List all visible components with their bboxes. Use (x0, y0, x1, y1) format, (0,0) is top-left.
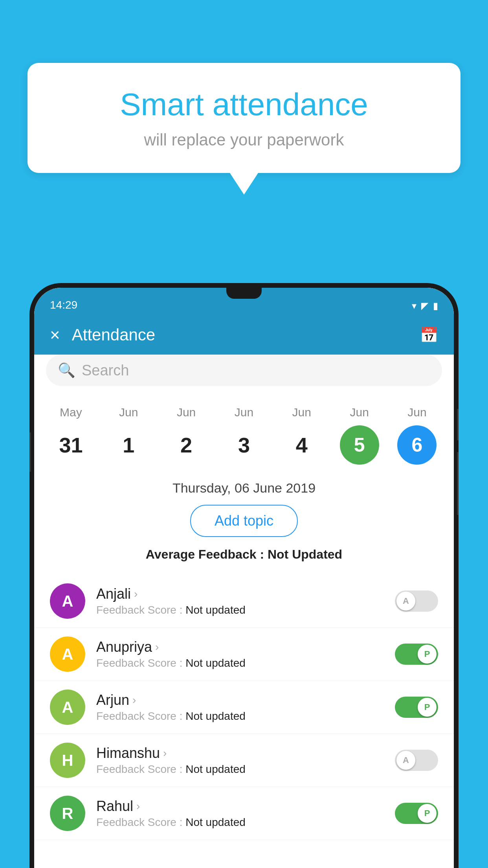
cal-month-label: Jun (292, 406, 311, 419)
student-name: Arjun › (96, 692, 384, 708)
cal-month-label: Jun (350, 406, 369, 419)
app-bar: × Attendance 📅 (34, 315, 454, 355)
student-item[interactable]: AAnjali ›Feedback Score : Not updatedA (34, 575, 454, 628)
toggle-container[interactable]: P (395, 803, 438, 824)
cal-month-label: May (60, 406, 82, 419)
power-button-top (457, 409, 459, 440)
calendar-day[interactable]: Jun1 (103, 406, 154, 465)
calendar-strip: May31Jun1Jun2Jun3Jun4Jun5Jun6 (34, 394, 454, 473)
calendar-day[interactable]: Jun3 (218, 406, 270, 465)
student-name: Himanshu › (96, 745, 384, 761)
close-button[interactable]: × (50, 325, 60, 345)
attendance-toggle[interactable]: P (395, 697, 438, 718)
student-item[interactable]: AArjun ›Feedback Score : Not updatedP (34, 681, 454, 734)
speech-bubble-arrow (230, 173, 258, 195)
student-info: Anupriya ›Feedback Score : Not updated (96, 639, 384, 669)
app-title: Attendance (72, 326, 420, 344)
student-info: Arjun ›Feedback Score : Not updated (96, 692, 384, 723)
cal-date-number[interactable]: 31 (51, 425, 90, 465)
bubble-subtitle: will replace your paperwork (59, 131, 429, 149)
volume-button (29, 432, 31, 472)
calendar-day[interactable]: Jun2 (161, 406, 212, 465)
cal-date-number[interactable]: 6 (397, 425, 437, 465)
chevron-right-icon: › (136, 800, 140, 813)
signal-icon: ◤ (421, 300, 428, 311)
notch (226, 288, 262, 299)
search-icon: 🔍 (58, 362, 75, 379)
speech-bubble: Smart attendance will replace your paper… (28, 63, 460, 173)
cal-month-label: Jun (235, 406, 253, 419)
cal-date-number[interactable]: 4 (282, 425, 321, 465)
calendar-day[interactable]: May31 (45, 406, 96, 465)
toggle-knob: P (418, 645, 437, 664)
calendar-day[interactable]: Jun4 (276, 406, 327, 465)
toggle-knob: A (396, 592, 415, 611)
student-name: Rahul › (96, 798, 384, 815)
cal-date-number[interactable]: 2 (167, 425, 206, 465)
avg-feedback: Average Feedback : Not Updated (34, 547, 454, 562)
student-info: Anjali ›Feedback Score : Not updated (96, 586, 384, 616)
feedback-score: Feedback Score : Not updated (96, 604, 384, 616)
student-info: Himanshu ›Feedback Score : Not updated (96, 745, 384, 776)
toggle-container[interactable]: P (395, 697, 438, 718)
chevron-right-icon: › (134, 588, 138, 600)
student-item[interactable]: RRahul ›Feedback Score : Not updatedP (34, 787, 454, 840)
student-name: Anupriya › (96, 639, 384, 655)
feedback-score: Feedback Score : Not updated (96, 816, 384, 829)
calendar-day[interactable]: Jun5 (334, 406, 385, 465)
search-bar[interactable]: 🔍 Search (46, 355, 442, 386)
status-icons: ▾ ◤ ▮ (412, 300, 438, 311)
toggle-knob: P (418, 698, 437, 717)
calendar-day[interactable]: Jun6 (391, 406, 442, 465)
attendance-toggle[interactable]: A (395, 750, 438, 771)
search-placeholder: Search (82, 362, 129, 379)
add-topic-button[interactable]: Add topic (190, 505, 298, 537)
student-info: Rahul ›Feedback Score : Not updated (96, 798, 384, 829)
student-avatar: A (50, 690, 85, 725)
cal-date-number[interactable]: 3 (224, 425, 264, 465)
power-button-bottom (457, 452, 459, 515)
speech-bubble-container: Smart attendance will replace your paper… (28, 63, 460, 195)
bubble-title: Smart attendance (59, 86, 429, 123)
attendance-toggle[interactable]: P (395, 803, 438, 824)
battery-icon: ▮ (433, 300, 438, 311)
student-avatar: H (50, 743, 85, 778)
attendance-toggle[interactable]: A (395, 590, 438, 612)
calendar-icon[interactable]: 📅 (420, 326, 438, 344)
cal-month-label: Jun (177, 406, 196, 419)
student-avatar: A (50, 583, 85, 619)
toggle-container[interactable]: A (395, 590, 438, 612)
feedback-score: Feedback Score : Not updated (96, 710, 384, 723)
toggle-container[interactable]: A (395, 750, 438, 771)
student-avatar: A (50, 636, 85, 672)
cal-month-label: Jun (407, 406, 426, 419)
status-time: 14:29 (50, 299, 412, 311)
feedback-score: Feedback Score : Not updated (96, 657, 384, 669)
student-list: AAnjali ›Feedback Score : Not updatedAAA… (34, 575, 454, 868)
phone-frame: 14:29 ▾ ◤ ▮ × Attendance 📅 🔍 Search May3… (29, 283, 459, 868)
selected-date-label: Thursday, 06 June 2019 (34, 480, 454, 496)
toggle-container[interactable]: P (395, 644, 438, 665)
cal-date-number[interactable]: 1 (109, 425, 148, 465)
student-item[interactable]: HHimanshu ›Feedback Score : Not updatedA (34, 734, 454, 787)
attendance-toggle[interactable]: P (395, 644, 438, 665)
feedback-score: Feedback Score : Not updated (96, 763, 384, 776)
chevron-right-icon: › (163, 747, 167, 760)
chevron-right-icon: › (155, 641, 159, 653)
cal-month-label: Jun (119, 406, 138, 419)
student-avatar: R (50, 796, 85, 831)
avg-feedback-value: Not Updated (268, 547, 342, 561)
toggle-knob: A (396, 751, 415, 770)
toggle-knob: P (418, 804, 437, 823)
phone-screen: 14:29 ▾ ◤ ▮ × Attendance 📅 🔍 Search May3… (34, 288, 454, 868)
cal-date-number[interactable]: 5 (340, 425, 379, 465)
student-name: Anjali › (96, 586, 384, 602)
chevron-right-icon: › (132, 694, 136, 706)
student-item[interactable]: AAnupriya ›Feedback Score : Not updatedP (34, 628, 454, 681)
wifi-icon: ▾ (412, 300, 416, 311)
avg-feedback-label: Average Feedback : (146, 547, 268, 561)
